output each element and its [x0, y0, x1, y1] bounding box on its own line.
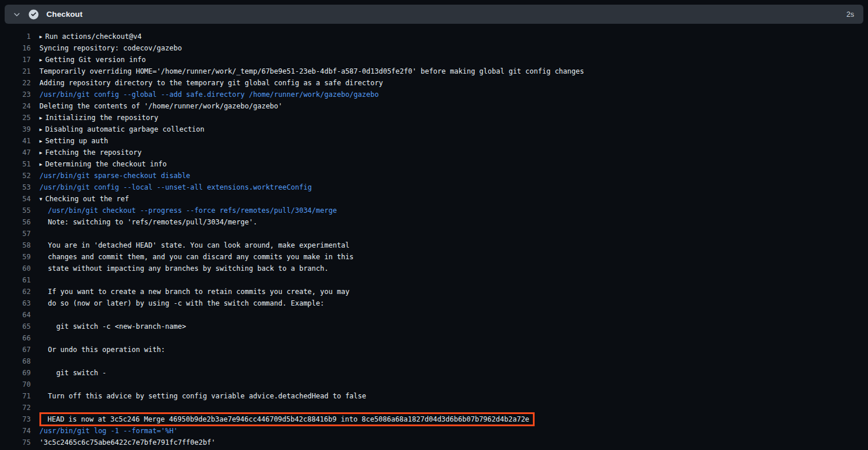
log-line-number[interactable]: 17	[0, 54, 31, 66]
step-duration: 2s	[847, 10, 854, 19]
log-line-number[interactable]: 54	[0, 193, 31, 205]
log-line: 65git switch -c <new-branch-name>	[0, 321, 868, 332]
log-line-text: ▶Run actions/checkout@v4	[39, 31, 141, 43]
log-line: 73HEAD is now at 3c5c246 Merge 46950b9de…	[0, 413, 868, 425]
log-line-number[interactable]: 52	[0, 170, 31, 182]
log-line-text: git switch -	[39, 367, 107, 379]
log-line: 1▶Run actions/checkout@v4	[0, 31, 868, 42]
log-line-text: ▶Getting Git version info	[39, 54, 146, 66]
log-line-number[interactable]: 74	[0, 425, 31, 437]
log-line: 70	[0, 379, 868, 390]
log-line: 67Or undo this operation with:	[0, 344, 868, 355]
log-line: 39▶Disabling automatic garbage collectio…	[0, 124, 868, 135]
log-line-text: HEAD is now at 3c5c246 Merge 46950b9de2b…	[48, 413, 529, 425]
log-line-number[interactable]: 58	[0, 239, 31, 251]
log-line-text: Deleting the contents of '/home/runner/w…	[39, 100, 282, 112]
log-line-text: ▶Setting up auth	[39, 135, 108, 147]
log-line-number[interactable]: 70	[0, 379, 31, 390]
log-line-text: '3c5c2465c6c75abe6422c7e7bfe791fc7ff0e2b…	[39, 437, 215, 448]
log-line-text: If you want to create a new branch to re…	[39, 286, 350, 297]
log-line: 21Temporarily overriding HOME='/home/run…	[0, 66, 868, 77]
log-line-text: Adding repository directory to the tempo…	[39, 77, 383, 89]
expand-icon[interactable]: ▶	[39, 113, 45, 124]
expand-icon[interactable]: ▶	[39, 55, 45, 66]
log-line-text: ▶Initializing the repository	[39, 112, 158, 124]
log-line-number[interactable]: 60	[0, 263, 31, 274]
expand-icon[interactable]: ▶	[39, 136, 45, 147]
log-line-text: /usr/bin/git config --local --unset-all …	[39, 182, 312, 193]
log-line-number[interactable]: 63	[0, 297, 31, 309]
expand-icon[interactable]: ▶	[39, 147, 45, 159]
log-line-text: ▼Checking out the ref	[39, 193, 129, 205]
log-line-text: ▶Disabling automatic garbage collection	[39, 124, 205, 136]
log-line: 54▼Checking out the ref	[0, 193, 868, 205]
log-lines: 1▶Run actions/checkout@v416Syncing repos…	[0, 31, 868, 448]
log-line: 63do so (now or later) by using -c with …	[0, 297, 868, 309]
log-line: 52/usr/bin/git sparse-checkout disable	[0, 170, 868, 182]
log-line: 51▶Determining the checkout info	[0, 158, 868, 170]
log-line-number[interactable]: 62	[0, 286, 31, 297]
log-line-number[interactable]: 25	[0, 112, 31, 124]
log-line-number[interactable]: 16	[0, 42, 31, 54]
log-line: 53/usr/bin/git config --local --unset-al…	[0, 182, 868, 193]
log-line-number[interactable]: 22	[0, 77, 31, 89]
log-line-number[interactable]: 47	[0, 147, 31, 158]
log-line: 57	[0, 228, 868, 239]
log-line: 22Adding repository directory to the tem…	[0, 77, 868, 89]
log-line-text: You are in 'detached HEAD' state. You ca…	[39, 239, 350, 251]
log-line-number[interactable]: 41	[0, 135, 31, 147]
log-line-number[interactable]: 57	[0, 228, 31, 239]
log-line-text: Temporarily overriding HOME='/home/runne…	[39, 66, 584, 77]
log-line-number[interactable]: 68	[0, 355, 31, 367]
log-line-number[interactable]: 1	[0, 31, 31, 42]
log-line: 62If you want to create a new branch to …	[0, 286, 868, 297]
expand-icon[interactable]: ▶	[39, 124, 45, 136]
log-line-number[interactable]: 75	[0, 437, 31, 448]
log-line-text: ▶Determining the checkout info	[39, 158, 167, 170]
expand-icon[interactable]: ▶	[39, 159, 45, 170]
log-line-number[interactable]: 72	[0, 402, 31, 413]
log-line: 61	[0, 274, 868, 286]
log-line-number[interactable]: 51	[0, 158, 31, 170]
log-line-number[interactable]: 39	[0, 124, 31, 135]
log-line: 17▶Getting Git version info	[0, 54, 868, 66]
log-line: 47▶Fetching the repository	[0, 147, 868, 158]
workflow-log-page: Checkout 2s 1▶Run actions/checkout@v416S…	[0, 0, 868, 450]
log-line-number[interactable]: 64	[0, 309, 31, 321]
log-line: 72	[0, 402, 868, 413]
expand-icon[interactable]: ▶	[39, 31, 45, 43]
log-line: 16Syncing repository: codecov/gazebo	[0, 42, 868, 54]
log-line: 64	[0, 309, 868, 321]
log-line-number[interactable]: 56	[0, 216, 31, 228]
log-line-number[interactable]: 73	[0, 413, 31, 425]
log-line-number[interactable]: 67	[0, 344, 31, 355]
log-line: 75'3c5c2465c6c75abe6422c7e7bfe791fc7ff0e…	[0, 437, 868, 448]
log-line-number[interactable]: 23	[0, 89, 31, 100]
log-line-number[interactable]: 65	[0, 321, 31, 332]
log-line-number[interactable]: 71	[0, 390, 31, 402]
log-line: 66	[0, 332, 868, 344]
log-line-number[interactable]: 59	[0, 251, 31, 263]
log-line: 23/usr/bin/git config --global --add saf…	[0, 89, 868, 100]
log-line: 24Deleting the contents of '/home/runner…	[0, 100, 868, 112]
log-line-text: /usr/bin/git config --global --add safe.…	[39, 89, 379, 100]
chevron-down-icon[interactable]	[13, 10, 21, 19]
check-circle-icon	[28, 9, 39, 20]
log-line-number[interactable]: 55	[0, 205, 31, 216]
log-line: 58You are in 'detached HEAD' state. You …	[0, 239, 868, 251]
log-line-number[interactable]: 24	[0, 100, 31, 112]
log-line-number[interactable]: 53	[0, 182, 31, 193]
log-line: 74/usr/bin/git log -1 --format='%H'	[0, 425, 868, 437]
log-line-text: /usr/bin/git sparse-checkout disable	[39, 170, 190, 182]
collapse-icon[interactable]: ▼	[39, 194, 45, 205]
log-line-text: changes and commit them, and you can dis…	[39, 251, 354, 263]
step-header[interactable]: Checkout 2s	[5, 5, 863, 24]
log-line-text: do so (now or later) by using -c with th…	[39, 297, 324, 309]
log-line: 56Note: switching to 'refs/remotes/pull/…	[0, 216, 868, 228]
log-line-number[interactable]: 66	[0, 332, 31, 344]
step-title: Checkout	[46, 10, 82, 19]
log-line-number[interactable]: 21	[0, 66, 31, 77]
log-line-number[interactable]: 61	[0, 274, 31, 286]
log-line-number[interactable]: 69	[0, 367, 31, 379]
annotation-highlight-box: HEAD is now at 3c5c246 Merge 46950b9de2b…	[39, 412, 535, 426]
